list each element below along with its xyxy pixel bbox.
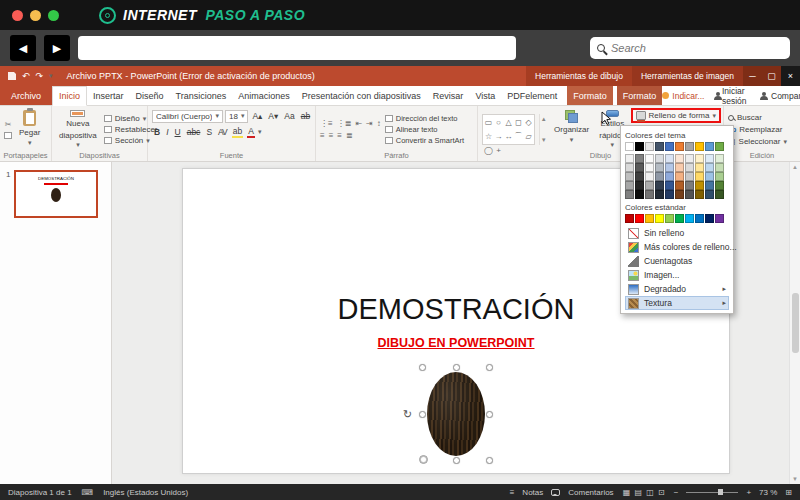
theme-tint-2-4[interactable] (665, 172, 674, 181)
strikethrough-button[interactable]: abc (185, 127, 203, 137)
theme-tint-2-8[interactable] (705, 172, 714, 181)
wood-oval-shape[interactable] (427, 372, 485, 456)
theme-tint-4-1[interactable] (635, 190, 644, 199)
theme-tint-0-1[interactable] (635, 154, 644, 163)
maximize-dot-icon[interactable] (48, 10, 59, 21)
zoom-level[interactable]: 73 % (759, 488, 777, 497)
share-button[interactable]: Compartir (760, 91, 800, 101)
clear-format-button[interactable]: ab (299, 111, 312, 121)
shape-glyph-9[interactable]: ▱ (524, 130, 533, 143)
theme-tint-2-7[interactable] (695, 172, 704, 181)
theme-color-3[interactable] (655, 142, 664, 151)
resize-handle-w[interactable] (419, 411, 426, 418)
theme-color-9[interactable] (715, 142, 724, 151)
zoom-out-button[interactable]: − (674, 488, 679, 497)
theme-tint-3-5[interactable] (675, 181, 684, 190)
theme-tint-0-9[interactable] (715, 154, 724, 163)
sign-in-button[interactable]: Iniciar sesión (714, 86, 750, 106)
shape-glyph-2[interactable]: △ (504, 116, 513, 129)
pp-close-button[interactable]: × (781, 66, 800, 86)
arrange-button[interactable]: Organizar ▾ (551, 109, 592, 150)
standard-color-0[interactable] (625, 214, 634, 223)
tab-transiciones[interactable]: Transiciones (170, 86, 233, 105)
theme-tint-3-9[interactable] (715, 181, 724, 190)
resize-handle-e[interactable] (486, 411, 493, 418)
slide-sorter-view-button[interactable]: ▤ (634, 488, 642, 497)
theme-tint-4-4[interactable] (665, 190, 674, 199)
gallery-down-icon[interactable]: ▼ (541, 137, 547, 143)
theme-tint-4-2[interactable] (645, 190, 654, 199)
tab-animaciones[interactable]: Animaciones (232, 86, 296, 105)
comments-button[interactable]: Comentarios (568, 488, 613, 497)
theme-tint-2-3[interactable] (655, 172, 664, 181)
highlight-color-button[interactable]: ab (231, 126, 244, 138)
theme-tint-4-9[interactable] (715, 190, 724, 199)
shrink-font-button[interactable]: A▾ (266, 111, 280, 121)
fill-menu-item-imagen[interactable]: Imagen... (625, 268, 729, 282)
theme-color-6[interactable] (685, 142, 694, 151)
theme-tint-0-2[interactable] (645, 154, 654, 163)
select-button[interactable]: ▦Seleccionar▾ (728, 137, 787, 146)
minimize-dot-icon[interactable] (30, 10, 41, 21)
theme-tint-2-5[interactable] (675, 172, 684, 181)
resize-handle-nw[interactable] (419, 364, 426, 371)
gallery-up-icon[interactable]: ▲ (541, 116, 547, 122)
tab-vista[interactable]: Vista (469, 86, 501, 105)
text-direction-button[interactable]: Dirección del texto (385, 114, 464, 123)
bullets-button[interactable]: ⋮≡ (320, 119, 333, 128)
shape-glyph-3[interactable]: ◻ (514, 116, 523, 129)
fill-menu-item-sin-relleno[interactable]: Sin relleno (625, 226, 729, 240)
shape-glyph-7[interactable]: ↔ (504, 130, 513, 143)
resize-handle-se[interactable] (486, 457, 493, 464)
copy-icon[interactable] (4, 132, 12, 139)
selected-shape[interactable]: ↻ (420, 365, 492, 463)
theme-tint-2-9[interactable] (715, 172, 724, 181)
theme-color-7[interactable] (695, 142, 704, 151)
fill-menu-item-degradado[interactable]: Degradado▸ (625, 282, 729, 296)
normal-view-button[interactable]: ▦ (623, 488, 631, 497)
theme-tint-2-6[interactable] (685, 172, 694, 181)
theme-tint-4-5[interactable] (675, 190, 684, 199)
resize-handle-n[interactable] (453, 364, 460, 371)
theme-tint-4-7[interactable] (695, 190, 704, 199)
smartart-button[interactable]: Convertir a SmartArt (385, 136, 464, 145)
replace-button[interactable]: abReemplazar (728, 125, 787, 134)
theme-color-0[interactable] (625, 142, 634, 151)
zoom-slider[interactable] (686, 492, 738, 493)
standard-color-7[interactable] (695, 214, 704, 223)
theme-tint-1-6[interactable] (685, 163, 694, 172)
theme-tint-1-0[interactable] (625, 163, 634, 172)
tab-diseño[interactable]: Diseño (130, 86, 170, 105)
shape-glyph-1[interactable]: ○ (494, 116, 503, 129)
theme-tint-1-3[interactable] (655, 163, 664, 172)
tab-pdfelement[interactable]: PDFelement (501, 86, 563, 105)
theme-tint-0-3[interactable] (655, 154, 664, 163)
theme-tint-4-0[interactable] (625, 190, 634, 199)
font-name-combo[interactable]: Calibri (Cuerpo) ▾ (152, 110, 223, 123)
standard-color-8[interactable] (705, 214, 714, 223)
forward-button[interactable]: ▶ (44, 35, 70, 61)
resize-handle-ne[interactable] (486, 364, 493, 371)
theme-tint-2-1[interactable] (635, 172, 644, 181)
rotate-handle-icon[interactable]: ↻ (403, 408, 412, 421)
theme-tint-1-7[interactable] (695, 163, 704, 172)
text-shadow-button[interactable]: S (204, 127, 214, 137)
font-size-combo[interactable]: 18 ▾ (225, 110, 248, 123)
pp-maximize-button[interactable]: ▢ (762, 66, 781, 86)
tab-presentación-con-diapositivas[interactable]: Presentación con diapositivas (296, 86, 427, 105)
theme-tint-4-6[interactable] (685, 190, 694, 199)
tab-inicio[interactable]: Inicio (52, 86, 87, 106)
standard-color-4[interactable] (665, 214, 674, 223)
theme-tint-3-4[interactable] (665, 181, 674, 190)
theme-tint-0-0[interactable] (625, 154, 634, 163)
theme-tint-3-6[interactable] (685, 181, 694, 190)
standard-color-9[interactable] (715, 214, 724, 223)
tab-contextual-formato-1[interactable]: Formato (567, 86, 613, 105)
shape-gallery-scrollbar[interactable]: ▲ ▼ (539, 114, 547, 145)
align-right-button[interactable]: ≡ (337, 131, 342, 140)
shape-glyph-4[interactable]: ◇ (524, 116, 533, 129)
theme-tint-3-2[interactable] (645, 181, 654, 190)
theme-tint-0-7[interactable] (695, 154, 704, 163)
theme-tint-0-5[interactable] (675, 154, 684, 163)
theme-tint-2-2[interactable] (645, 172, 654, 181)
